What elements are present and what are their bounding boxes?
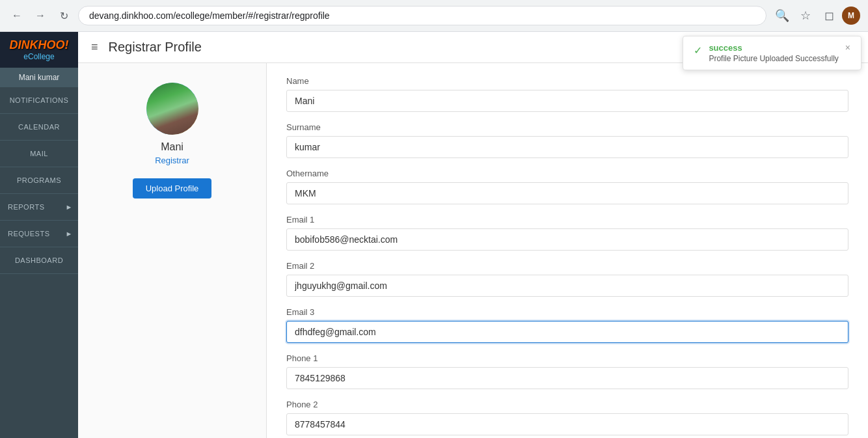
browser-toolbar: ← → ↻ 🔍 ☆ ◻ M bbox=[0, 0, 868, 31]
form-group-email3: Email 3 bbox=[286, 307, 848, 343]
profile-role: Registrar bbox=[155, 156, 189, 165]
input-email1[interactable] bbox=[286, 228, 848, 251]
form-group-name: Name bbox=[286, 76, 848, 112]
page-title: Registrar Profile bbox=[109, 40, 202, 55]
label-email3: Email 3 bbox=[286, 307, 848, 317]
success-toast: ✓ success Profile Picture Uploaded Succe… bbox=[683, 36, 861, 70]
reload-button[interactable]: ↻ bbox=[55, 7, 73, 25]
toast-message: Profile Picture Uploaded Successfully bbox=[709, 54, 838, 63]
form-group-phone1: Phone 1 bbox=[286, 353, 848, 389]
toast-text: success Profile Picture Uploaded Success… bbox=[709, 43, 838, 63]
hamburger-button[interactable]: ≡ bbox=[91, 40, 98, 54]
form-group-email2: Email 2 bbox=[286, 261, 848, 297]
chevron-right-icon: ► bbox=[66, 230, 73, 238]
label-email1: Email 1 bbox=[286, 215, 848, 225]
input-surname[interactable] bbox=[286, 136, 848, 158]
label-othername: Othername bbox=[286, 169, 848, 178]
sidebar-item-mail[interactable]: MAIL bbox=[0, 141, 78, 167]
input-othername[interactable] bbox=[286, 182, 848, 204]
back-button[interactable]: ← bbox=[8, 7, 26, 25]
browser-profile-avatar[interactable]: M bbox=[842, 7, 860, 25]
sidebar-item-programs[interactable]: PROGRAMS bbox=[0, 167, 78, 194]
profile-name: Mani bbox=[161, 141, 183, 153]
forward-button[interactable]: → bbox=[31, 7, 49, 25]
form-group-othername: Othername bbox=[286, 169, 848, 204]
label-phone1: Phone 1 bbox=[286, 353, 848, 363]
bookmark-icon-btn[interactable]: ☆ bbox=[795, 5, 816, 26]
logo-dinkhoo: DINKHOO! bbox=[10, 38, 69, 52]
input-phone1[interactable] bbox=[286, 367, 848, 389]
chevron-right-icon: ► bbox=[66, 203, 73, 211]
input-phone2[interactable] bbox=[286, 413, 848, 435]
check-icon: ✓ bbox=[694, 44, 702, 57]
sidebar-logo: DINKHOO! eCollege bbox=[0, 32, 78, 68]
input-name[interactable] bbox=[286, 90, 848, 112]
toast-close-button[interactable]: × bbox=[845, 43, 850, 52]
sidebar-item-calendar[interactable]: CALENDAR bbox=[0, 114, 78, 141]
toast-title: success bbox=[709, 43, 838, 53]
profile-image-container bbox=[146, 83, 198, 135]
search-icon-btn[interactable]: 🔍 bbox=[772, 5, 793, 26]
label-email2: Email 2 bbox=[286, 261, 848, 271]
main-content: ≡ Registrar Profile Mani Registrar Uploa… bbox=[78, 32, 868, 438]
extension-icon-btn[interactable]: ◻ bbox=[819, 5, 839, 26]
content-area: Mani Registrar Upload Profile Name Surna… bbox=[78, 63, 868, 438]
app-container: DINKHOO! eCollege Mani kumar NOTIFICATIO… bbox=[0, 32, 868, 438]
label-name: Name bbox=[286, 76, 848, 86]
browser-chrome: ← → ↻ 🔍 ☆ ◻ M bbox=[0, 0, 868, 32]
sidebar-item-requests[interactable]: REQUESTS ► bbox=[0, 221, 78, 247]
upload-profile-button[interactable]: Upload Profile bbox=[133, 178, 212, 198]
profile-image bbox=[146, 83, 198, 135]
form-group-surname: Surname bbox=[286, 122, 848, 158]
input-email3[interactable] bbox=[286, 321, 848, 343]
sidebar-item-notifications[interactable]: NOTIFICATIONS bbox=[0, 87, 78, 114]
sidebar-item-dashboard[interactable]: Dashboard bbox=[0, 247, 78, 274]
input-email2[interactable] bbox=[286, 275, 848, 297]
sidebar-user: Mani kumar bbox=[0, 68, 78, 87]
profile-sidebar: Mani Registrar Upload Profile bbox=[78, 63, 267, 438]
label-phone2: Phone 2 bbox=[286, 400, 848, 409]
sidebar-item-reports[interactable]: REPORTS ► bbox=[0, 194, 78, 221]
form-group-email1: Email 1 bbox=[286, 215, 848, 251]
form-group-phone2: Phone 2 bbox=[286, 400, 848, 435]
sidebar: DINKHOO! eCollege Mani kumar NOTIFICATIO… bbox=[0, 32, 78, 438]
logo-ecollege: eCollege bbox=[23, 52, 54, 61]
form-area: Name Surname Othername Email 1 Email 2 bbox=[267, 63, 868, 438]
address-bar[interactable] bbox=[78, 6, 766, 25]
label-surname: Surname bbox=[286, 122, 848, 132]
toolbar-icons: 🔍 ☆ ◻ M bbox=[772, 5, 860, 26]
